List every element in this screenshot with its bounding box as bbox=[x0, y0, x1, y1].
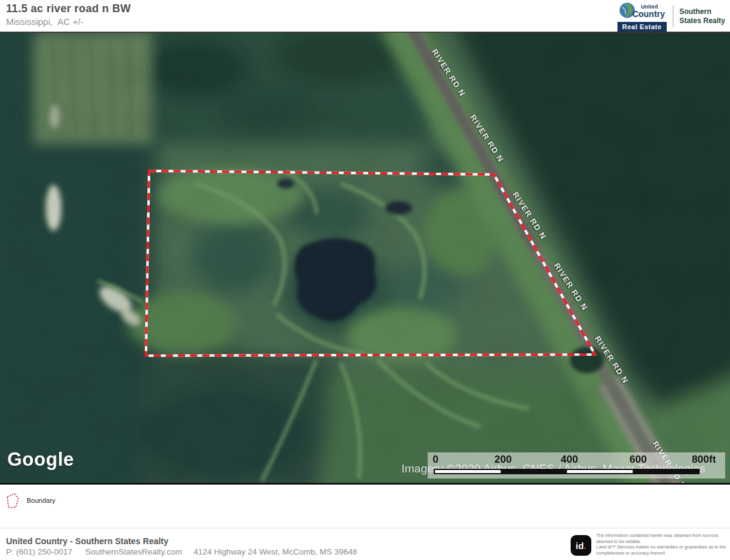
company-name: Southern States Realty bbox=[680, 7, 725, 26]
brand-divider bbox=[673, 5, 673, 27]
legend-item-boundary: Boundary bbox=[5, 492, 55, 509]
footer-company-name: United Country - Southern States Realty bbox=[6, 536, 169, 546]
map-bottom-edge bbox=[0, 483, 730, 485]
footer: United Country - Southern States Realty … bbox=[0, 528, 730, 560]
footer-website[interactable]: SouthernStatesRealty.com bbox=[85, 547, 182, 556]
page-title: 11.5 ac river road n BW bbox=[6, 2, 131, 15]
legend-label: Boundary bbox=[27, 497, 55, 504]
land-id-logo: id. bbox=[571, 535, 591, 556]
scale-tick: 0 bbox=[433, 454, 438, 466]
page-subtitle: Mississippi, AC +/- bbox=[6, 16, 83, 27]
legend: Boundary bbox=[0, 485, 730, 528]
united-country-wordmark: United Country bbox=[632, 4, 665, 18]
property-map-page: 11.5 ac river road n BW Mississippi, AC … bbox=[0, 0, 730, 560]
scale-tick: 600 bbox=[630, 454, 647, 466]
scale-tick: 200 bbox=[495, 454, 512, 466]
boundary-polygon-icon bbox=[5, 492, 21, 509]
scale-bar: 0 200 400 600 800ft bbox=[428, 452, 725, 479]
footer-address: 4124 Highway 24 West, McComb, MS 39648 bbox=[193, 547, 357, 556]
united-country-logo: United Country Real Estate bbox=[617, 2, 667, 32]
google-watermark: Google bbox=[7, 449, 74, 471]
brand-logos: United Country Real Estate Southern Stat… bbox=[617, 2, 725, 30]
map-top-edge bbox=[0, 32, 730, 33]
satellite-map: RIVER RD N RIVER RD N RIVER RD N RIVER R… bbox=[0, 32, 730, 485]
footer-disclaimer: The information contained herein was obt… bbox=[596, 533, 727, 556]
scale-tick: 400 bbox=[561, 454, 578, 466]
scale-tick: 800ft bbox=[692, 454, 716, 466]
header: 11.5 ac river road n BW Mississippi, AC … bbox=[0, 0, 730, 32]
scale-bar-segments bbox=[434, 469, 700, 474]
satellite-imagery bbox=[0, 32, 730, 485]
footer-phone: P: (601) 250-0017 bbox=[6, 547, 72, 556]
real-estate-banner: Real Estate bbox=[617, 22, 667, 32]
